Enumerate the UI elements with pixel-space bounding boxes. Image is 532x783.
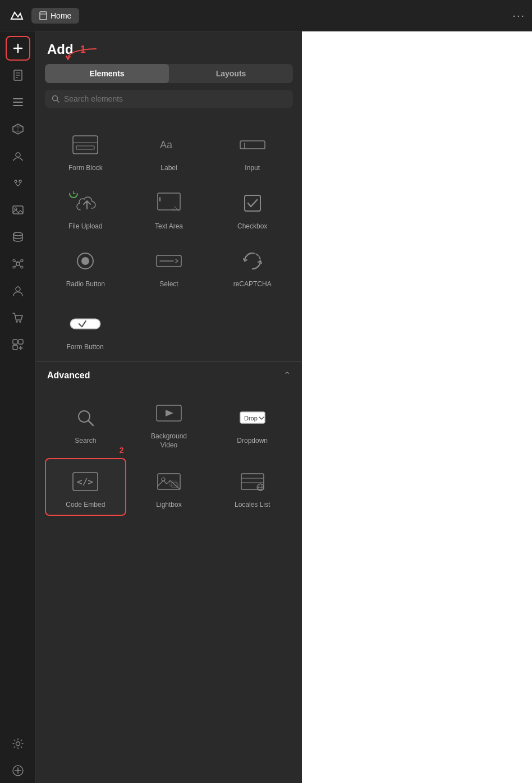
svg-point-13 bbox=[19, 180, 21, 182]
recaptcha-label: reCAPTCHA bbox=[233, 280, 272, 289]
advanced-grid: Search 2 BackgroundVideo Drop Dr bbox=[36, 386, 302, 520]
tab-layouts[interactable]: Layouts bbox=[169, 64, 293, 83]
advanced-section-header[interactable]: Advanced ⌃ bbox=[36, 362, 302, 386]
sidebar-image-button[interactable] bbox=[6, 198, 30, 222]
step2-badge: 2 bbox=[120, 446, 124, 455]
svg-point-18 bbox=[13, 259, 15, 262]
element-background-video[interactable]: BackgroundVideo bbox=[129, 391, 210, 455]
svg-line-40 bbox=[57, 100, 59, 103]
label-label: Label bbox=[160, 164, 177, 173]
svg-point-11 bbox=[16, 153, 20, 157]
svg-point-19 bbox=[21, 259, 23, 262]
element-code-embed[interactable]: </> Code Embed bbox=[45, 458, 126, 516]
form-button-row: Form Button bbox=[36, 299, 302, 362]
svg-line-23 bbox=[19, 261, 21, 263]
svg-line-22 bbox=[15, 261, 17, 263]
sidebar-apps-button[interactable] bbox=[6, 332, 30, 357]
element-dropdown[interactable]: Drop Dropdown bbox=[212, 391, 293, 455]
svg-point-16 bbox=[13, 232, 22, 236]
icon-sidebar bbox=[0, 31, 36, 783]
sidebar-menu-button[interactable] bbox=[6, 90, 30, 115]
sidebar-media-button[interactable] bbox=[6, 171, 30, 195]
svg-rect-0 bbox=[40, 12, 47, 20]
svg-marker-61 bbox=[166, 410, 173, 416]
element-form-button[interactable]: Form Button bbox=[45, 301, 125, 358]
search-input[interactable] bbox=[64, 94, 286, 103]
logo bbox=[7, 6, 27, 26]
loading-badge bbox=[68, 189, 79, 199]
element-radio-button[interactable]: Radio Button bbox=[45, 239, 126, 295]
element-select[interactable]: Select bbox=[129, 239, 210, 295]
background-video-label: BackgroundVideo bbox=[151, 432, 187, 450]
element-checkbox[interactable]: Checkbox bbox=[212, 181, 293, 237]
element-form-block[interactable]: Form Block bbox=[45, 122, 126, 178]
search-icon bbox=[52, 95, 59, 103]
file-upload-label: File Upload bbox=[68, 222, 103, 231]
svg-rect-45 bbox=[240, 141, 265, 149]
svg-line-24 bbox=[15, 265, 17, 267]
element-recaptcha[interactable]: reCAPTCHA bbox=[212, 239, 293, 295]
svg-text:</>: </> bbox=[77, 477, 93, 487]
sidebar-add2-button[interactable] bbox=[6, 758, 30, 783]
svg-point-29 bbox=[19, 321, 20, 322]
form-button-label: Form Button bbox=[67, 343, 104, 352]
svg-text:Drop: Drop bbox=[244, 415, 258, 422]
sidebar-account-button[interactable] bbox=[6, 278, 30, 303]
element-lightbox[interactable]: Lightbox bbox=[129, 458, 210, 516]
sidebar-cart-button[interactable] bbox=[6, 305, 30, 330]
svg-line-59 bbox=[88, 420, 93, 425]
text-area-label: Text Area bbox=[155, 222, 183, 231]
elements-grid: Form Block Aa Label Input bbox=[36, 118, 302, 299]
element-label[interactable]: Aa Label bbox=[129, 122, 210, 178]
select-label: Select bbox=[159, 280, 178, 289]
element-text-area[interactable]: Text Area bbox=[129, 181, 210, 237]
svg-rect-52 bbox=[245, 195, 260, 211]
svg-rect-57 bbox=[70, 319, 100, 328]
svg-rect-31 bbox=[19, 340, 23, 344]
element-search[interactable]: Search 2 bbox=[45, 391, 126, 455]
canvas bbox=[302, 31, 532, 783]
element-file-upload[interactable]: File Upload bbox=[45, 181, 126, 237]
more-options[interactable]: ··· bbox=[512, 9, 525, 22]
checkbox-label: Checkbox bbox=[237, 222, 267, 231]
add-panel: Add 1 Elements Layouts bbox=[36, 31, 302, 783]
svg-rect-48 bbox=[158, 193, 180, 210]
sidebar-database-button[interactable] bbox=[6, 225, 30, 249]
sidebar-settings-button[interactable] bbox=[6, 731, 30, 756]
svg-rect-30 bbox=[13, 340, 17, 344]
search-box bbox=[45, 90, 293, 108]
panel-header: Add 1 bbox=[36, 31, 302, 64]
svg-line-50 bbox=[175, 207, 179, 211]
svg-rect-41 bbox=[73, 136, 98, 154]
svg-rect-32 bbox=[13, 345, 17, 350]
sidebar-integrations-button[interactable] bbox=[6, 251, 30, 276]
svg-line-26 bbox=[17, 261, 19, 262]
search-label: Search bbox=[75, 437, 96, 446]
advanced-chevron: ⌃ bbox=[283, 370, 291, 381]
panel-tabs: Elements Layouts bbox=[45, 64, 293, 83]
svg-line-25 bbox=[19, 265, 21, 267]
element-locales-list[interactable]: Locales List bbox=[212, 458, 293, 516]
element-input[interactable]: Input bbox=[212, 122, 293, 178]
top-bar: Home ··· bbox=[0, 0, 532, 31]
svg-point-12 bbox=[15, 180, 17, 182]
code-embed-label: Code Embed bbox=[66, 501, 105, 510]
locales-list-label: Locales List bbox=[235, 501, 270, 510]
svg-rect-43 bbox=[76, 146, 94, 149]
sidebar-add-button[interactable] bbox=[6, 36, 30, 61]
svg-point-21 bbox=[21, 266, 23, 268]
svg-point-27 bbox=[16, 287, 20, 291]
arrow-annotation bbox=[65, 46, 99, 63]
sidebar-theme-button[interactable] bbox=[6, 144, 30, 168]
advanced-title: Advanced bbox=[47, 370, 90, 381]
svg-point-20 bbox=[13, 266, 15, 268]
input-label: Input bbox=[245, 164, 260, 173]
tab-elements[interactable]: Elements bbox=[45, 64, 169, 83]
svg-text:Aa: Aa bbox=[160, 139, 173, 150]
dropdown-label: Dropdown bbox=[237, 437, 268, 446]
sidebar-components-button[interactable] bbox=[6, 117, 30, 141]
home-button[interactable]: Home bbox=[31, 8, 79, 24]
sidebar-pages-button[interactable] bbox=[6, 63, 30, 88]
svg-point-35 bbox=[16, 742, 20, 746]
svg-point-54 bbox=[81, 257, 89, 265]
